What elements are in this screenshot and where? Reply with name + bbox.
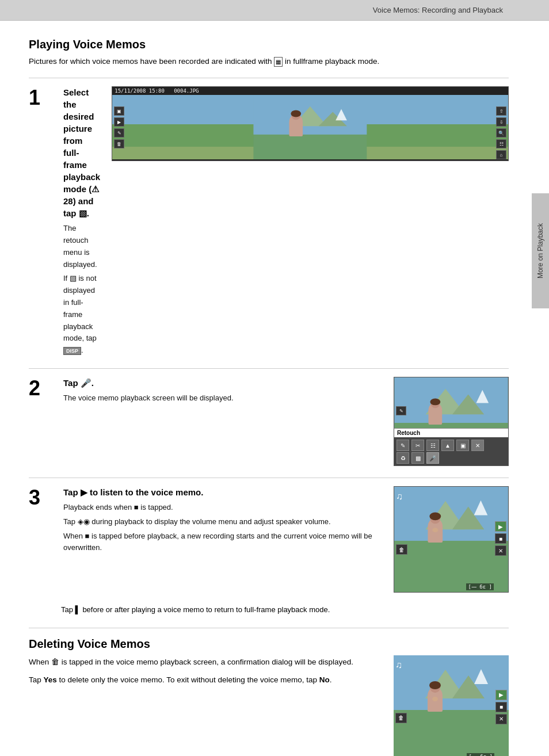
section-playing-intro: Pictures for which voice memos have been… [29,56,509,67]
up-icon: ⇧ [496,106,506,116]
trash-icon-3: 🗑 [396,544,407,555]
svg-rect-8 [289,123,303,137]
edit-icon: ✎ [114,128,124,138]
section-separator [29,628,509,628]
stop-btn-4: ■ [495,702,507,712]
right-controls-3: ▶ ■ ✕ [495,521,506,556]
close-btn-4: ✕ [495,714,507,724]
deleting-text-block: When 🗑 is tapped in the voice memo playb… [29,655,382,756]
section-deleting: Deleting Voice Memos When 🗑 is tapped in… [29,637,509,756]
retouch-icons-row-1: ✎ ✂ ☷ ▲ ▣ ✕ [394,437,508,452]
music-note-icon-3: ♫ [396,491,403,502]
retouch-film: ▩ [411,452,424,464]
section-deleting-title: Deleting Voice Memos [29,637,509,651]
step-2-number: 2 [29,378,52,466]
step-1-heading: Select the desired picture from full-fra… [63,86,100,219]
svg-point-25 [429,513,441,521]
svg-point-27 [432,528,438,532]
step-1: 1 Select the desired picture from full-f… [29,78,509,357]
screen-bottom-info-3: [⸻ 6ε ] [466,583,494,590]
right-controls-4: ▶ ■ ✕ [495,690,507,724]
step-4-image: ♫ 🗑 ▶ ■ ✕ [⸻ 6ε ] [394,655,509,756]
step-2-heading: Tap 🎤. [63,377,382,389]
step-3-content: Tap ▶ to listen to the voice memo. Playb… [63,486,382,593]
section-playing-title: Playing Voice Memos [29,38,509,51]
step-2-content: Tap 🎤. The voice memo playback screen wi… [63,377,382,466]
step-3-extra-text: Tap ▌ before or after playing a voice me… [29,604,509,616]
step-2-image: ✎ Retouch ✎ ✂ ☷ ▲ ▣ ✕ ♻ [394,377,509,466]
retouch-mic: 🎤 [426,452,439,464]
deleting-instructions: Tap Yes to delete only the voice memo. T… [29,674,382,686]
svg-rect-29 [394,710,509,756]
step-3-image: ♫ 🗑 ▶ ■ ✕ [⸻ 6ε ] [394,486,509,593]
screen-toolbar-1: 15/11/2008 15:80 0004.JPG [112,87,508,95]
deleting-content-row: When 🗑 is tapped in the voice memo playb… [29,655,509,756]
home-icon: ⌂ [496,150,506,159]
edit-icon-2: ✎ [396,406,406,415]
step-1-number: 1 [29,87,52,357]
retouch-img: ▣ [456,440,469,451]
main-content: More on Playback Playing Voice Memos Pic… [0,21,549,756]
screen-icons-left-1: ▣ ▶ ✎ 🗑 [114,106,124,148]
close-btn-3: ✕ [495,545,506,556]
svg-point-37 [432,697,438,701]
step-2: 2 Tap 🎤. The voice memo playback screen … [29,368,509,466]
side-tab: More on Playback [532,193,549,308]
screen-bottom-info-4: [⸻ 6ε ] [467,753,494,756]
step-1-content: Select the desired picture from full-fra… [63,86,100,357]
step-1-body: The retouch menu is displayed. If ▧ is n… [63,223,100,357]
play-icon: ▶ [114,117,124,127]
retouch-icons-row-2: ♻ ▩ 🎤 [394,452,508,465]
disp-btn-label: DISP [115,161,129,161]
down-icon: ⇩ [496,117,506,127]
retouch-menu: Retouch ✎ ✂ ☷ ▲ ▣ ✕ ♻ ▩ 🎤 [394,428,508,465]
page-header: Voice Memos: Recording and Playback [0,0,549,21]
retouch-close: ✕ [471,440,484,451]
retouch-pencil: ✎ [396,440,409,451]
disp-button-ref: DISP [63,347,81,355]
svg-point-7 [291,110,302,117]
music-note-icon-4: ♫ [395,660,402,670]
zoom-icon: 🔍 [496,128,506,138]
step-3-number: 3 [29,487,52,593]
play-btn-3: ▶ [495,521,506,532]
side-tab-label: More on Playback [536,223,544,278]
retouch-header: Retouch [394,429,508,437]
screen-icons-right-1: ⇧ ⇩ 🔍 ☷ ⌂ [496,106,506,159]
section-playing: Playing Voice Memos Pictures for which v… [29,38,509,616]
retouch-grid1: ☷ [426,440,439,451]
header-title: Voice Memos: Recording and Playback [373,6,503,14]
retouch-back: ♻ [396,452,409,464]
camera-icon: ▣ [114,106,124,116]
svg-point-16 [430,399,440,406]
step-3-body: Playback ends when ■ is tapped. Tap ◈◉ d… [63,502,382,554]
trash-icon-4: 🗑 [395,713,407,723]
trash-icon: 🗑 [114,139,124,148]
deleting-intro: When 🗑 is tapped in the voice memo playb… [29,655,382,669]
step-3: 3 Tap ▶ to listen to the voice memo. Pla… [29,478,509,593]
svg-point-35 [429,681,441,689]
step-3-heading: Tap ▶ to listen to the voice memo. [63,486,382,498]
retouch-text: ▲ [441,440,454,451]
retouch-scissors: ✂ [411,440,424,451]
screen-bottom-bar-1: DISP 10M [ 4/ 4] ⌂ [112,159,508,161]
step-1-image: 15/11/2008 15:80 0004.JPG [112,86,509,161]
play-btn-4: ▶ [495,690,507,700]
step-2-body: The voice memo playback screen will be d… [63,392,382,404]
svg-rect-17 [429,410,443,425]
grid-icon: ☷ [496,139,506,148]
stop-btn-3: ■ [495,533,506,544]
svg-rect-1 [254,135,367,161]
